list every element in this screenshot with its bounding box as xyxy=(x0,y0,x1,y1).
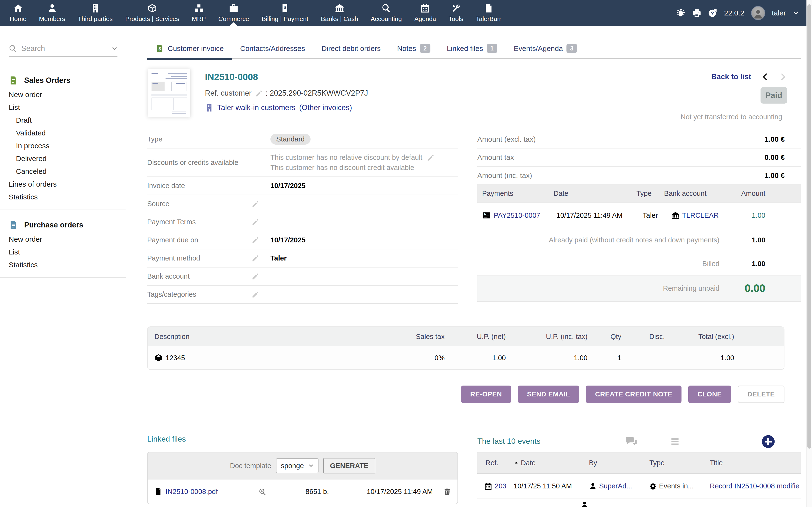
pencil-icon[interactable] xyxy=(252,236,270,244)
nav-item-commerce[interactable]: Commerce xyxy=(212,0,255,26)
tab-label: Direct debit orders xyxy=(321,44,380,53)
tab-events-agenda[interactable]: Events/Agenda 3 xyxy=(506,38,585,59)
payment-method-value: Taler xyxy=(270,254,287,262)
pencil-icon[interactable] xyxy=(252,254,270,262)
column-header: By xyxy=(589,459,649,467)
field-row-bank-account: Bank account xyxy=(147,268,458,286)
nav-item-banks-cash[interactable]: Banks | Cash xyxy=(315,0,364,26)
tab-linked-files[interactable]: Linked files 1 xyxy=(439,38,506,59)
events-header: Ref. Date By Type Title xyxy=(477,452,801,474)
preview-zoom-icon[interactable] xyxy=(252,488,273,496)
nav-item-mrp[interactable]: MRP xyxy=(186,0,212,26)
briefcase-icon xyxy=(229,3,239,13)
field-label: Discounts or credits available xyxy=(147,159,252,167)
search-options-caret-icon[interactable] xyxy=(112,46,117,51)
search-input[interactable] xyxy=(21,44,107,53)
line-sales-tax: 0% xyxy=(389,354,445,362)
pencil-icon[interactable] xyxy=(252,218,270,226)
avatar[interactable] xyxy=(751,6,765,20)
chat-icon[interactable] xyxy=(625,435,638,448)
nav-item-third-parties[interactable]: Third parties xyxy=(71,0,119,26)
scrollbar-thumb[interactable] xyxy=(807,4,811,449)
sidebar-section-purchase-orders[interactable]: Purchase orders xyxy=(0,217,126,233)
trash-icon[interactable] xyxy=(433,488,451,496)
amount-row-tax: Amount tax 0.00 € xyxy=(477,149,801,167)
tab-customer-invoice[interactable]: Customer invoice xyxy=(147,38,232,59)
payment-ref-link[interactable]: PAY2510-0007 xyxy=(494,212,540,219)
payment-row: PAY2510-0007 10/17/2025 11:49 AM Taler T… xyxy=(477,203,801,228)
sidebar-item-po-list[interactable]: List xyxy=(0,245,126,258)
sidebar-item-list[interactable]: List xyxy=(0,101,126,114)
nav-item-talerbarr[interactable]: TalerBarr xyxy=(469,0,507,26)
create-credit-note-button[interactable]: CREATE CREDIT NOTE xyxy=(586,386,681,403)
event-title-link[interactable]: Record IN2510-0008 modifie xyxy=(710,482,800,490)
chevron-down-icon[interactable] xyxy=(793,10,799,16)
sidebar-item-po-new-order[interactable]: New order xyxy=(0,233,126,245)
nav-item-agenda[interactable]: Agenda xyxy=(408,0,443,26)
nav-item-home[interactable]: Home xyxy=(3,0,33,26)
pagination-row: Back to list xyxy=(711,72,787,81)
sidebar-item-canceled[interactable]: Canceled xyxy=(0,165,126,178)
purchase-orders-doc-icon xyxy=(9,220,18,230)
nav-item-products-services[interactable]: Products | Services xyxy=(119,0,186,26)
field-row-type: Type Standard xyxy=(147,130,458,149)
sidebar-item-lines-of-orders[interactable]: Lines of orders xyxy=(0,178,126,190)
invoice-line-row[interactable]: 12345 0% 1.00 1.00 1 1.00 xyxy=(148,346,784,370)
gear-icon xyxy=(649,483,657,490)
bug-icon[interactable] xyxy=(676,8,686,18)
sidebar-section-sales-orders[interactable]: Sales Orders xyxy=(0,73,126,88)
tab-contacts-addresses[interactable]: Contacts/Addresses xyxy=(232,38,313,59)
user-name[interactable]: taler xyxy=(772,9,786,17)
help-icon[interactable] xyxy=(708,8,717,18)
nav-item-label: Tools xyxy=(449,15,463,23)
nav-item-label: TalerBarr xyxy=(476,15,501,23)
back-to-list-link[interactable]: Back to list xyxy=(711,72,751,81)
doc-template-select[interactable]: sponge xyxy=(276,458,318,473)
column-header-date[interactable]: Date xyxy=(514,459,589,467)
bank-account-link[interactable]: TLRCLEAR xyxy=(682,212,719,219)
pencil-icon[interactable] xyxy=(425,154,434,161)
pencil-icon[interactable] xyxy=(252,290,270,298)
pencil-icon[interactable] xyxy=(255,89,262,98)
sidebar-divider xyxy=(0,210,126,210)
event-user-link[interactable]: SuperAd... xyxy=(599,482,632,490)
nav-item-billing-payment[interactable]: Billing | Payment xyxy=(255,0,315,26)
type-value-badge: Standard xyxy=(270,134,311,145)
amount-label: Amount (inc. tax) xyxy=(477,171,532,180)
line-up-inc: 1.00 xyxy=(506,354,588,362)
scrollbar-track[interactable] xyxy=(806,0,812,507)
printer-icon[interactable] xyxy=(692,8,701,18)
chevron-left-icon[interactable] xyxy=(761,73,769,80)
nav-item-accounting[interactable]: Accounting xyxy=(364,0,408,26)
nav-item-tools[interactable]: Tools xyxy=(442,0,469,26)
list-view-icon[interactable] xyxy=(670,436,680,447)
sidebar-item-delivered[interactable]: Delivered xyxy=(0,152,126,165)
tab-direct-debit-orders[interactable]: Direct debit orders xyxy=(313,38,389,59)
sidebar-search xyxy=(9,41,117,57)
sidebar-item-po-statistics[interactable]: Statistics xyxy=(0,258,126,271)
nav-item-members[interactable]: Members xyxy=(33,0,71,26)
tab-label: Events/Agenda xyxy=(514,44,563,53)
pencil-icon[interactable] xyxy=(252,200,270,208)
reopen-button[interactable]: RE-OPEN xyxy=(461,386,511,403)
add-event-icon[interactable] xyxy=(761,434,775,449)
clone-button[interactable]: CLONE xyxy=(688,386,731,403)
nav-item-label: Products | Services xyxy=(125,15,179,23)
sidebar-item-validated[interactable]: Validated xyxy=(0,126,126,139)
amount-label: Amount tax xyxy=(477,153,514,162)
invoice-pdf-thumbnail[interactable] xyxy=(148,69,191,117)
sidebar-item-in-process[interactable]: In process xyxy=(0,139,126,152)
customer-link[interactable]: Taler walk-in customers xyxy=(217,103,296,112)
other-invoices-link[interactable]: (Other invoices) xyxy=(299,103,352,112)
sidebar-item-draft[interactable]: Draft xyxy=(0,114,126,126)
status-badge: Paid xyxy=(761,87,787,104)
event-ref-link[interactable]: 203 xyxy=(495,482,506,490)
send-email-button[interactable]: SEND EMAIL xyxy=(518,386,579,403)
generate-button[interactable]: GENERATE xyxy=(323,458,375,473)
sidebar-item-new-order[interactable]: New order xyxy=(0,88,126,101)
pencil-icon[interactable] xyxy=(252,272,270,280)
tab-notes[interactable]: Notes 2 xyxy=(389,38,439,59)
sidebar-item-statistics[interactable]: Statistics xyxy=(0,190,126,203)
delete-button[interactable]: DELETE xyxy=(738,386,784,403)
file-link[interactable]: IN2510-0008.pdf xyxy=(165,488,218,496)
